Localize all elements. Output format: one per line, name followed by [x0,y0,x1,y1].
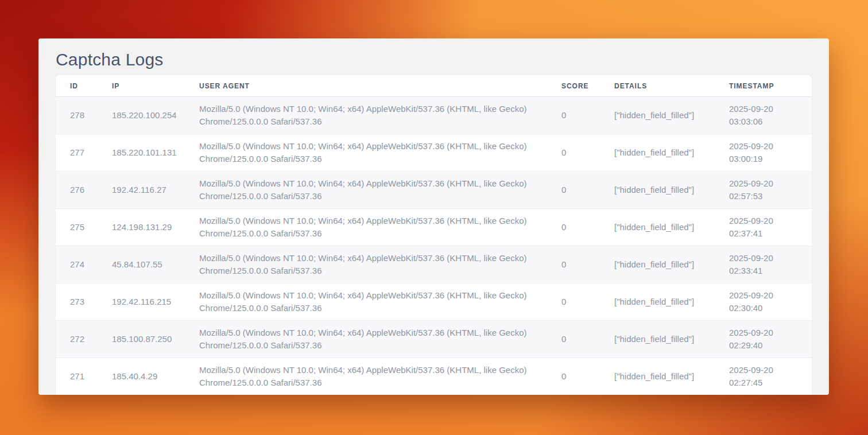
table-row: 274 45.84.107.55 Mozilla/5.0 (Windows NT… [56,246,812,283]
captcha-logs-table: ID IP USER AGENT SCORE DETAILS TIMESTAMP… [56,75,812,395]
cell-id: 278 [56,97,112,134]
table-body: 278 185.220.100.254 Mozilla/5.0 (Windows… [56,97,812,395]
cell-details: ["hidden_field_filled"] [614,172,729,209]
cell-ip: 192.42.116.215 [112,283,199,321]
column-header-score: SCORE [561,75,614,97]
captcha-logs-card: Captcha Logs ID IP USER AGENT SCORE DETA… [38,38,829,395]
cell-score: 0 [561,283,614,321]
cell-user-agent: Mozilla/5.0 (Windows NT 10.0; Win64; x64… [199,321,561,358]
cell-details: ["hidden_field_filled"] [614,358,729,395]
cell-timestamp: 2025-09-20 02:30:40 [729,283,812,321]
cell-id: 277 [56,134,112,172]
cell-details: ["hidden_field_filled"] [614,209,729,246]
table-row: 271 185.40.4.29 Mozilla/5.0 (Windows NT … [56,358,812,395]
cell-ip: 45.84.107.55 [112,246,199,283]
cell-score: 0 [561,97,614,134]
table-row: 278 185.220.100.254 Mozilla/5.0 (Windows… [56,97,812,134]
cell-user-agent: Mozilla/5.0 (Windows NT 10.0; Win64; x64… [199,209,561,246]
cell-details: ["hidden_field_filled"] [614,246,729,283]
cell-details: ["hidden_field_filled"] [614,134,729,172]
cell-timestamp: 2025-09-20 03:00:19 [729,134,812,172]
column-header-details: DETAILS [614,75,729,97]
column-header-id: ID [56,75,112,97]
cell-timestamp: 2025-09-20 02:29:40 [729,321,812,358]
page-background: { "page": { "title": "Captcha Logs" }, "… [0,0,868,435]
cell-id: 272 [56,321,112,358]
cell-ip: 185.40.4.29 [112,358,199,395]
cell-score: 0 [561,209,614,246]
cell-user-agent: Mozilla/5.0 (Windows NT 10.0; Win64; x64… [199,134,561,172]
cell-details: ["hidden_field_filled"] [614,97,729,134]
table-row: 272 185.100.87.250 Mozilla/5.0 (Windows … [56,321,812,358]
cell-timestamp: 2025-09-20 02:27:45 [729,358,812,395]
column-header-ip: IP [112,75,199,97]
cell-timestamp: 2025-09-20 02:57:53 [729,172,812,209]
cell-ip: 192.42.116.27 [112,172,199,209]
cell-timestamp: 2025-09-20 02:37:41 [729,209,812,246]
cell-user-agent: Mozilla/5.0 (Windows NT 10.0; Win64; x64… [199,283,561,321]
cell-score: 0 [561,358,614,395]
cell-id: 275 [56,209,112,246]
cell-user-agent: Mozilla/5.0 (Windows NT 10.0; Win64; x64… [199,172,561,209]
cell-score: 0 [561,246,614,283]
cell-timestamp: 2025-09-20 03:03:06 [729,97,812,134]
cell-user-agent: Mozilla/5.0 (Windows NT 10.0; Win64; x64… [199,246,561,283]
cell-id: 276 [56,172,112,209]
cell-score: 0 [561,321,614,358]
column-header-timestamp: TIMESTAMP [729,75,812,97]
table-row: 276 192.42.116.27 Mozilla/5.0 (Windows N… [56,172,812,209]
cell-score: 0 [561,172,614,209]
cell-user-agent: Mozilla/5.0 (Windows NT 10.0; Win64; x64… [199,97,561,134]
cell-ip: 185.220.100.254 [112,97,199,134]
logs-table-container: ID IP USER AGENT SCORE DETAILS TIMESTAMP… [56,75,812,395]
table-header: ID IP USER AGENT SCORE DETAILS TIMESTAMP [56,75,812,97]
cell-details: ["hidden_field_filled"] [614,321,729,358]
cell-details: ["hidden_field_filled"] [614,283,729,321]
cell-id: 273 [56,283,112,321]
table-row: 273 192.42.116.215 Mozilla/5.0 (Windows … [56,283,812,321]
page-title: Captcha Logs [56,46,812,75]
cell-id: 274 [56,246,112,283]
cell-id: 271 [56,358,112,395]
cell-score: 0 [561,134,614,172]
table-row: 275 124.198.131.29 Mozilla/5.0 (Windows … [56,209,812,246]
cell-ip: 124.198.131.29 [112,209,199,246]
cell-ip: 185.100.87.250 [112,321,199,358]
cell-user-agent: Mozilla/5.0 (Windows NT 10.0; Win64; x64… [199,358,561,395]
column-header-user-agent: USER AGENT [199,75,561,97]
cell-ip: 185.220.101.131 [112,134,199,172]
table-row: 277 185.220.101.131 Mozilla/5.0 (Windows… [56,134,812,172]
cell-timestamp: 2025-09-20 02:33:41 [729,246,812,283]
